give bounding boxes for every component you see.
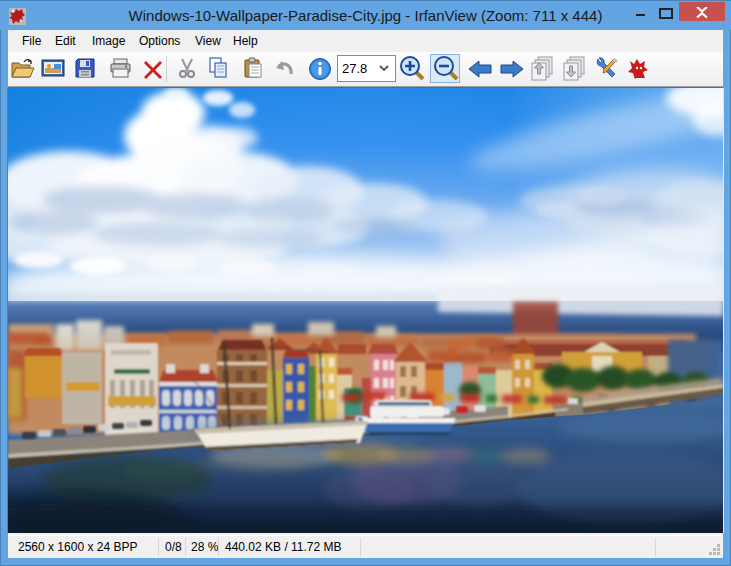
svg-text:27.8: 27.8 [342, 61, 367, 76]
